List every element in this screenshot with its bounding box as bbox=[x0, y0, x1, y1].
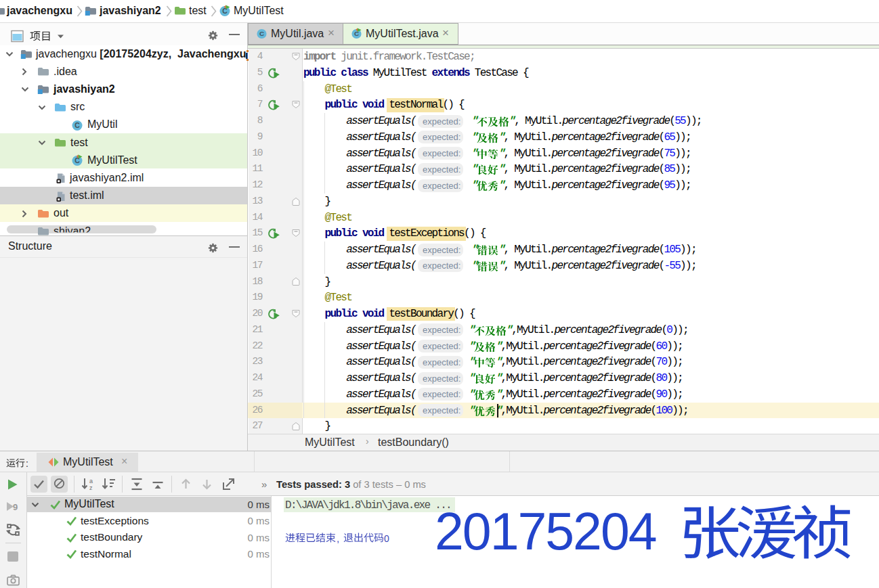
svg-text:9: 9 bbox=[13, 502, 18, 512]
svg-text:C: C bbox=[74, 121, 80, 129]
svg-text:C: C bbox=[259, 30, 264, 37]
svg-text:a: a bbox=[89, 478, 93, 484]
svg-text:z: z bbox=[89, 484, 93, 491]
